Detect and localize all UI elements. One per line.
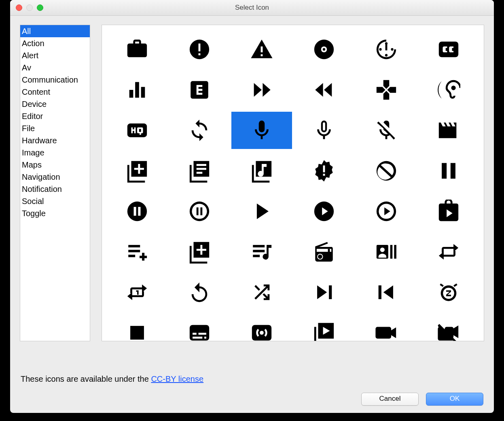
play-shopping-bag-icon[interactable] [418,193,479,230]
high-quality-icon[interactable] [107,112,167,149]
icon-grid-viewport[interactable] [102,25,484,341]
equalizer-icon[interactable] [107,71,167,108]
fast-rewind-icon[interactable] [294,71,354,108]
fast-forward-icon[interactable] [231,71,292,108]
play-circle-fill-icon[interactable] [294,193,354,230]
recent-actors-icon[interactable] [356,233,417,270]
repeat-icon[interactable] [418,233,479,270]
videocam-off-icon[interactable] [418,314,479,341]
sidebar-item-editor[interactable]: Editor [20,110,90,122]
repeat-one-icon[interactable] [107,274,167,311]
warning-icon[interactable] [231,31,292,68]
video-collection-icon[interactable] [294,314,354,341]
cancel-button[interactable]: Cancel [361,393,419,406]
error-icon[interactable] [169,31,230,68]
work-icon[interactable] [107,31,167,68]
shuffle-icon[interactable] [231,274,292,311]
license-prefix: These icons are available under the [21,374,151,383]
queue-icon[interactable] [169,233,230,270]
album-icon[interactable] [294,31,354,68]
window-title: Select Icon [10,4,494,12]
subtitles-icon[interactable] [169,314,230,341]
sidebar-item-av[interactable]: Av [20,62,90,74]
my-library-music-icon[interactable] [231,152,292,189]
sidebar-item-file[interactable]: File [20,122,90,134]
hearing-icon[interactable] [418,71,479,108]
sidebar-item-social[interactable]: Social [20,195,90,207]
movie-icon[interactable] [418,112,479,149]
sidebar-item-notification[interactable]: Notification [20,183,90,195]
sidebar-item-hardware[interactable]: Hardware [20,134,90,147]
dialog-footer: These icons are available under the CC-B… [10,370,494,413]
sidebar-item-all[interactable]: All [20,25,90,37]
loop-icon[interactable] [169,112,230,149]
my-library-books-icon[interactable] [169,152,230,189]
sidebar-item-alert[interactable]: Alert [20,49,90,62]
sidebar-item-action[interactable]: Action [20,37,90,49]
play-arrow-icon[interactable] [231,193,292,230]
stop-icon[interactable] [107,314,167,341]
play-circle-outline-icon[interactable] [356,193,417,230]
dialog-buttons: Cancel OK [21,393,483,406]
skip-next-icon[interactable] [294,274,354,311]
license-link[interactable]: CC-BY license [151,374,203,383]
queue-music-icon[interactable] [231,233,292,270]
av-timer-icon[interactable] [356,31,417,68]
select-icon-dialog: Select Icon AllActionAlertAvCommunicatio… [10,0,494,413]
mic-off-icon[interactable] [356,112,417,149]
skip-previous-icon[interactable] [356,274,417,311]
dialog-content: AllActionAlertAvCommunicationContentDevi… [10,16,494,370]
explicit-icon[interactable] [169,71,230,108]
replay-icon[interactable] [169,274,230,311]
not-interested-icon[interactable] [356,152,417,189]
sidebar-item-communication[interactable]: Communication [20,74,90,86]
license-text: These icons are available under the CC-B… [21,374,483,384]
category-list[interactable]: AllActionAlertAvCommunicationContentDevi… [20,25,90,341]
sidebar-item-maps[interactable]: Maps [20,159,90,171]
sidebar-item-device[interactable]: Device [20,98,90,110]
surround-sound-icon[interactable] [231,314,292,341]
sidebar-item-navigation[interactable]: Navigation [20,171,90,183]
snooze-icon[interactable] [418,274,479,311]
ok-button[interactable]: OK [426,393,483,406]
pause-circle-fill-icon[interactable] [107,193,167,230]
new-releases-icon[interactable] [294,152,354,189]
mic-none-icon[interactable] [294,112,354,149]
icon-grid [102,25,484,341]
pause-icon[interactable] [418,152,479,189]
sidebar-item-toggle[interactable]: Toggle [20,207,90,219]
radio-icon[interactable] [294,233,354,270]
sidebar-item-image[interactable]: Image [20,147,90,159]
my-library-add-icon[interactable] [107,152,167,189]
titlebar: Select Icon [10,0,494,16]
pause-circle-outline-icon[interactable] [169,193,230,230]
playlist-add-icon[interactable] [107,233,167,270]
games-icon[interactable] [356,71,417,108]
videocam-icon[interactable] [356,314,417,341]
mic-icon[interactable] [231,112,292,149]
sidebar-item-content[interactable]: Content [20,86,90,98]
closed-caption-icon[interactable] [418,31,479,68]
